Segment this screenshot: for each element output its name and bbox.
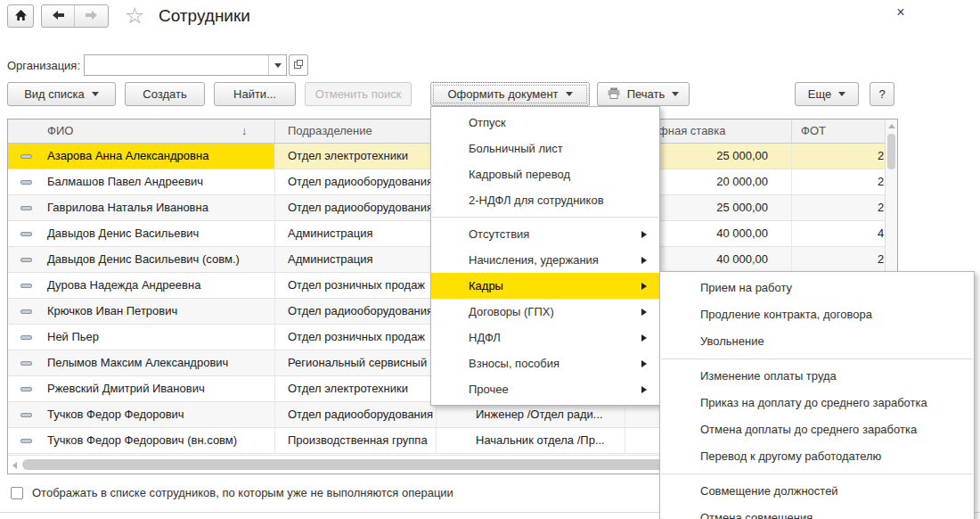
favorites-star-icon[interactable]: ☆ (125, 2, 144, 29)
menu-item-label: 2-НДФЛ для сотрудников (469, 194, 604, 207)
organization-input[interactable] (85, 55, 268, 75)
choose-icon (293, 59, 304, 72)
help-button[interactable]: ? (870, 82, 894, 106)
view-list-button[interactable]: Вид списка (7, 82, 116, 106)
menu-item[interactable]: Совмещение должностей (660, 478, 974, 505)
menu-item[interactable]: Прием на работу (660, 275, 974, 301)
cell-fio: Гаврилова Наталья Ивановна (8, 195, 275, 220)
back-button[interactable] (42, 5, 75, 27)
employee-marker-icon (20, 309, 32, 314)
scroll-up-icon[interactable] (888, 124, 895, 128)
close-icon[interactable]: × (893, 4, 909, 21)
organization-dropdown-button[interactable] (268, 55, 286, 75)
cell-department: Отдел электротехники (275, 376, 437, 401)
cell-department: Администрация (275, 221, 437, 246)
home-button[interactable] (7, 4, 34, 28)
chevron-down-icon (92, 92, 99, 96)
cell-fot: 2 (792, 247, 897, 272)
employee-marker-icon (20, 387, 32, 391)
cancel-search-button: Отменить поиск (305, 82, 412, 106)
employee-marker-icon (20, 413, 32, 417)
more-button[interactable]: Еще (795, 82, 859, 106)
menu-item[interactable]: Больничный лист (431, 136, 659, 161)
menu-item-label: Кадровый перевод (469, 168, 570, 181)
cell-fio: Пелымов Максим Александрович (8, 350, 275, 375)
menu-item[interactable]: Прочее (431, 376, 659, 402)
menu-item-label: Отмена доплаты до среднего заработка (700, 423, 917, 436)
cell-department: Региональный сервисный це (275, 350, 437, 375)
menu-item[interactable]: Приказ на доплату до среднего заработка (660, 390, 974, 416)
employee-marker-icon (20, 232, 32, 236)
issue-document-button[interactable]: Оформить документ (430, 82, 590, 106)
menu-item[interactable]: Кадры (431, 273, 659, 299)
chevron-down-icon (838, 92, 845, 96)
menu-separator (661, 474, 973, 474)
cell-department: Отдел розничных продаж (275, 273, 437, 298)
view-list-label: Вид списка (24, 87, 85, 101)
organization-combobox (84, 54, 287, 76)
menu-item[interactable]: Кадровый перевод (431, 161, 659, 187)
print-label: Печать (627, 87, 666, 101)
cell-fio: Балмашов Павел Андреевич (8, 169, 275, 194)
submenu-arrow-icon (641, 257, 647, 264)
employee-marker-icon (20, 154, 32, 159)
find-button[interactable]: Найти... (214, 82, 296, 106)
employee-marker-icon (20, 361, 32, 366)
cell-fio: Ржевский Дмитрий Иванович (8, 376, 275, 401)
menu-item-label: НДФЛ (469, 331, 501, 344)
cell-fio: Тучков Федор Федорович (8, 402, 275, 427)
kadry-submenu: Прием на работуПродление контракта, дого… (659, 271, 975, 519)
menu-item[interactable]: Начисления, удержания (431, 247, 659, 273)
print-button[interactable]: Печать (597, 82, 690, 106)
organization-label: Организация: (7, 59, 80, 72)
column-header-department[interactable]: Подразделение (275, 119, 437, 143)
menu-item-label: Приказ на доплату до среднего заработка (700, 396, 927, 409)
scroll-left-icon[interactable] (12, 462, 17, 469)
menu-item[interactable]: Отпуск (431, 110, 659, 136)
menu-item[interactable]: Договоры (ГПХ) (431, 299, 659, 325)
show-inactive-checkbox[interactable] (11, 487, 23, 499)
employee-marker-icon (20, 439, 32, 443)
find-label: Найти... (233, 87, 276, 101)
employee-marker-icon (20, 180, 32, 185)
menu-item[interactable]: Продление контракта, договора (660, 301, 974, 328)
menu-item-label: Перевод к другому работодателю (700, 449, 881, 463)
menu-item-label: Кадры (469, 279, 503, 292)
organization-choose-button[interactable] (289, 54, 308, 76)
cell-fot: 2 (792, 144, 897, 169)
menu-item-label: Отмена совмещения (700, 511, 813, 519)
cell-department: Отдел радиооборудования (275, 402, 437, 427)
menu-item[interactable]: Перевод к другому работодателю (660, 443, 974, 470)
cell-fot: 4 (792, 221, 897, 246)
menu-item-label: Отсутствия (469, 227, 529, 241)
forward-button[interactable] (75, 5, 108, 27)
menu-separator (661, 358, 973, 359)
chevron-down-icon (566, 92, 573, 96)
cell-fot: 2 (792, 169, 897, 194)
menu-item[interactable]: Изменение оплаты труда (660, 363, 974, 390)
menu-item[interactable]: Отмена доплаты до среднего заработка (660, 416, 974, 443)
menu-item[interactable]: 2-НДФЛ для сотрудников (431, 187, 659, 213)
menu-item[interactable]: Взносы, пособия (431, 350, 659, 376)
menu-item[interactable]: Отмена совмещения (660, 505, 974, 519)
column-header-fot[interactable]: ФОТ (792, 119, 897, 143)
create-label: Создать (143, 87, 186, 101)
menu-item[interactable]: Отсутствия (431, 221, 659, 247)
vertical-scrollbar-thumb[interactable] (887, 134, 895, 169)
menu-item[interactable]: Увольнение (660, 328, 974, 355)
menu-item-label: Совмещение должностей (700, 484, 838, 498)
menu-item-label: Изменение оплаты труда (700, 369, 837, 383)
create-button[interactable]: Создать (125, 82, 205, 106)
cell-fio: Давыдов Денис Васильевич (8, 221, 275, 246)
cell-department: Отдел радиооборудования (275, 195, 437, 220)
cell-fot: 2 (792, 195, 897, 220)
employee-marker-icon (20, 206, 32, 210)
more-label: Еще (808, 87, 831, 101)
sort-descending-icon: ↓ (241, 119, 248, 143)
employee-marker-icon (20, 258, 32, 262)
menu-item[interactable]: НДФЛ (431, 325, 659, 350)
cell-department: Отдел радиооборудования (275, 299, 437, 324)
cell-department: Отдел розничных продаж (275, 325, 437, 350)
menu-item-label: Продление контракта, договора (700, 308, 872, 321)
column-header-fio[interactable]: ФИО ↓ (8, 119, 275, 143)
